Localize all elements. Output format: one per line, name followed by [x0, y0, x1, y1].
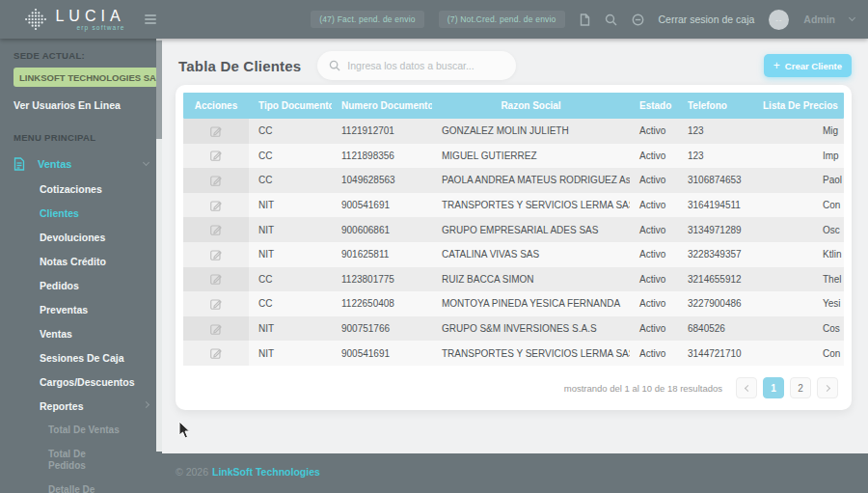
- company-link[interactable]: LinkSoft Technologies: [212, 466, 320, 478]
- cell-lista-de-precios: Yesi: [753, 298, 844, 309]
- sidebar-item-clientes[interactable]: Clientes: [14, 207, 150, 219]
- cell-tipo-documento: CC: [249, 151, 332, 161]
- cell-numero-documento: 900606861: [332, 225, 432, 235]
- chevron-right-icon: [823, 384, 829, 391]
- sidebar-item-label: Devoluciones: [40, 232, 105, 243]
- sidebar-root-label: Ventas: [38, 158, 144, 170]
- cell-razon-social: GRUPO EMPRESARIAL ADES SAS: [432, 225, 630, 235]
- table-row: NIT 900541691 TRANSPORTES Y SERVICIOS LE…: [183, 341, 844, 366]
- sidebar-item-label: Pedidos: [40, 280, 79, 291]
- sidebar-item-cargos-descuentos[interactable]: Cargos/Descuentos: [14, 376, 150, 388]
- cell-estado: Activo: [630, 274, 678, 285]
- cell-lista-de-precios: Ktlin: [753, 249, 844, 260]
- edit-row-button[interactable]: [183, 316, 249, 342]
- scrollbar-thumb[interactable]: [156, 41, 162, 139]
- sidebar-item-notas-cr-dito[interactable]: Notas Crédito: [14, 256, 150, 267]
- cell-razon-social: PAOLA ANDREA MATEUS RODRIGUEZ Asf Asfas: [432, 175, 630, 185]
- current-site-label: SEDE ACTUAL:: [14, 50, 150, 61]
- sidebar-item-devoluciones[interactable]: Devoluciones: [14, 232, 150, 243]
- sidebar-item-label: Cargos/Descuentos: [40, 376, 135, 388]
- top-bar: LUCIA erp software (47) Fact. pend. de e…: [0, 0, 868, 39]
- cell-telefono: 3214655912: [678, 274, 753, 285]
- logo-subtitle: erp software: [76, 24, 124, 31]
- pagination-prev-button[interactable]: [736, 377, 757, 398]
- sidebar-item-pedidos[interactable]: Pedidos: [14, 280, 150, 291]
- app-logo: LUCIA erp software: [0, 7, 143, 32]
- user-avatar[interactable]: --: [769, 10, 789, 30]
- edit-row-button[interactable]: [183, 193, 249, 218]
- invoices-pending-badge[interactable]: (47) Fact. pend. de envio: [311, 11, 424, 28]
- edit-row-button[interactable]: [183, 242, 249, 267]
- sidebar-item-label: Preventas: [40, 304, 88, 315]
- edit-row-button[interactable]: [183, 341, 249, 366]
- search-input[interactable]: [347, 60, 504, 71]
- clients-table: AccionesTipo DocumentoNumero DocumentoRa…: [183, 93, 844, 366]
- cell-tipo-documento: CC: [249, 125, 332, 136]
- sidebar-item-cotizaciones[interactable]: Cotizaciones: [14, 183, 150, 195]
- current-site-button[interactable]: LINKSOFT TECHNOLOGIES SAS - LINK: [14, 68, 158, 87]
- cell-razon-social: TRANSPORTES Y SERVICIOS LERMA SAS: [432, 200, 630, 210]
- edit-pencil-icon: [210, 323, 222, 335]
- top-bar-actions: (47) Fact. pend. de envio (7) Not.Cred. …: [311, 10, 868, 30]
- cell-numero-documento: 1121898356: [332, 151, 432, 161]
- edit-row-button[interactable]: [183, 267, 249, 292]
- credit-notes-pending-badge[interactable]: (7) Not.Cred. pend. de envio: [439, 11, 565, 28]
- cell-tipo-documento: CC: [249, 274, 332, 285]
- edit-row-button[interactable]: [183, 217, 249, 242]
- sidebar-item-reportes[interactable]: Reportes: [14, 400, 150, 412]
- pagination-page-2[interactable]: 2: [790, 377, 811, 398]
- edit-row-button[interactable]: [183, 291, 249, 316]
- chevron-down-icon[interactable]: [849, 14, 855, 21]
- sidebar-item-ventas-root[interactable]: Ventas: [14, 157, 150, 171]
- edit-pencil-icon: [210, 298, 222, 310]
- cell-lista-de-precios: Osc: [753, 225, 844, 235]
- create-client-button[interactable]: + Crear Cliente: [764, 54, 852, 77]
- hamburger-menu-icon[interactable]: [145, 14, 156, 24]
- cell-estado: Activo: [630, 151, 678, 161]
- cell-razon-social: MONTOYA PINEDA YESICA FERNANDA: [432, 298, 630, 309]
- sidebar-item-label: Ventas: [40, 328, 72, 340]
- cell-tipo-documento: NIT: [249, 225, 332, 235]
- document-text-icon: [14, 157, 25, 171]
- sidebar-item-label: Notas Crédito: [40, 256, 106, 267]
- edit-row-button[interactable]: [183, 168, 249, 193]
- edit-pencil-icon: [210, 347, 222, 359]
- edit-row-button[interactable]: [183, 119, 249, 144]
- user-menu-label[interactable]: Admin: [803, 14, 835, 25]
- sidebar-scrollbar[interactable]: [156, 39, 162, 452]
- pagination-page-1[interactable]: 1: [763, 377, 784, 398]
- cell-estado: Activo: [630, 225, 678, 235]
- search-icon[interactable]: [605, 14, 617, 26]
- table-row: CC 1121912701 GONZALEZ MOLIN JULIETH Act…: [183, 119, 844, 144]
- logo-diamond-icon: [23, 7, 48, 32]
- clients-table-card: AccionesTipo DocumentoNumero DocumentoRa…: [176, 85, 852, 410]
- cell-estado: Activo: [630, 298, 678, 309]
- pagination-next-button[interactable]: [817, 377, 838, 398]
- table-row: NIT 901625811 CATALINA VIVAS SAS Activo …: [183, 242, 844, 267]
- document-icon[interactable]: [580, 14, 590, 26]
- cell-lista-de-precios: Con: [753, 348, 844, 359]
- sidebar-item-ventas[interactable]: Ventas: [14, 328, 150, 340]
- sidebar-report-item-total-de-pedidos[interactable]: Total De Pedidos: [14, 449, 150, 472]
- sidebar-item-sesiones-de-caja[interactable]: Sesiones De Caja: [14, 352, 150, 364]
- edit-row-button[interactable]: [183, 144, 249, 169]
- copyright-text: © 2026: [176, 466, 208, 478]
- sidebar-report-item-total-de-ventas[interactable]: Total De Ventas: [14, 425, 150, 436]
- edit-pencil-icon: [210, 125, 222, 137]
- table-row: CC 1123801775 RUIZ BACCA SIMON Activo 32…: [183, 267, 844, 292]
- minus-circle-icon[interactable]: [632, 14, 644, 26]
- sidebar-item-label: Reportes: [40, 400, 84, 412]
- close-cash-session-link[interactable]: Cerrar sesion de caja: [659, 14, 755, 25]
- cell-telefono: 3227900486: [678, 298, 753, 309]
- cell-lista-de-precios: Cos: [753, 323, 844, 334]
- cell-telefono: 123: [678, 151, 753, 161]
- cell-telefono: 3228349357: [678, 249, 753, 260]
- table-row: CC 1122650408 MONTOYA PINEDA YESICA FERN…: [183, 291, 844, 316]
- sidebar-report-item-detalle-de-ventas[interactable]: Detalle De Ventas: [14, 484, 150, 493]
- cell-razon-social: MIGUEL GUTIERREZ: [432, 151, 630, 161]
- cell-tipo-documento: CC: [249, 175, 332, 185]
- users-online-link[interactable]: Ver Usuarios En Linea: [14, 99, 150, 111]
- sidebar-item-preventas[interactable]: Preventas: [14, 304, 150, 315]
- main-content: Tabla De Clientes + Crear Cliente Accion…: [162, 39, 868, 453]
- sidebar-item-label: Sesiones De Caja: [40, 352, 124, 364]
